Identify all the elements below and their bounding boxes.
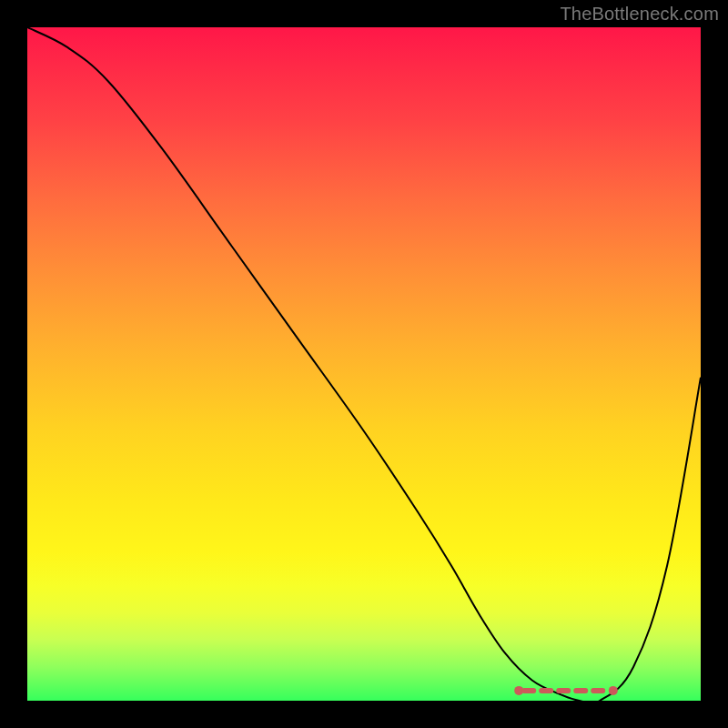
plot-area <box>27 27 701 701</box>
chart-curve <box>27 27 701 701</box>
watermark-text: TheBottleneck.com <box>560 4 719 25</box>
svg-point-1 <box>609 686 618 695</box>
